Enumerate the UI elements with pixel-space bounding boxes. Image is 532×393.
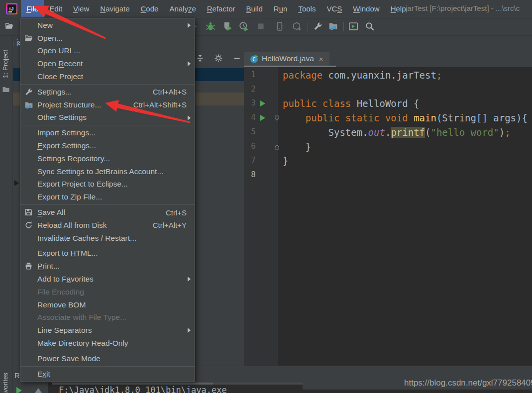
menu-item-make-directory-read-only[interactable]: Make Directory Read-Only (20, 337, 195, 350)
line-number: 4 (244, 112, 256, 122)
profiler-icon[interactable] (239, 21, 249, 31)
menu-item-print[interactable]: Print... (20, 260, 195, 273)
gutter-row: 8 (244, 168, 284, 183)
menu-item-open-recent[interactable]: Open Recent (20, 57, 195, 70)
stop-icon[interactable] (256, 21, 266, 31)
code-editor[interactable]: 1package com.yuanxin.jarTest;23public cl… (244, 67, 532, 366)
tab-title: HelloWord.java (262, 54, 314, 63)
run-gutter-icon[interactable] (260, 115, 265, 121)
menu-item-open-url[interactable]: Open URL... (20, 45, 195, 58)
menu-icon-spacer (24, 249, 35, 258)
menu-item-line-separators[interactable]: Line Separators (20, 324, 195, 337)
menubar-item-file[interactable]: File (21, 0, 44, 17)
line-number: 3 (244, 98, 256, 107)
project-structure-icon[interactable] (328, 21, 338, 31)
run-toolwindow-label: R (14, 371, 20, 380)
code-token: } (283, 155, 288, 166)
settings-wrench-icon[interactable] (313, 21, 323, 31)
menubar-item-tools[interactable]: Tools (293, 0, 321, 17)
menu-separator (20, 366, 195, 367)
debug-icon[interactable] (206, 21, 215, 31)
menu-item-power-save-mode[interactable]: Power Save Mode (20, 352, 195, 365)
menubar-item-run[interactable]: Run (268, 0, 293, 17)
console-hscrollbar-thumb[interactable] (52, 383, 213, 385)
menu-item-settings[interactable]: Settings...Ctrl+Alt+S (20, 86, 195, 98)
run-anything-icon[interactable] (348, 21, 358, 31)
titlebar: IJ FileEditViewNavigateCodeAnalyzeRefact… (0, 0, 532, 18)
menubar-item-refactor[interactable]: Refactor (202, 0, 241, 17)
menubar-item-edit[interactable]: Edit (44, 0, 68, 17)
menu-item-new[interactable]: New (20, 19, 195, 32)
editor-tab[interactable]: C HelloWord.java × (244, 52, 329, 66)
fold-down-icon[interactable] (274, 114, 280, 123)
project-toolwindow-button[interactable]: 1: Project (1, 50, 9, 78)
open-folder-icon[interactable] (5, 21, 15, 31)
gear-icon[interactable] (214, 54, 223, 63)
menubar-item-vcs[interactable]: VCS (321, 0, 347, 17)
menu-icon-spacer (24, 128, 35, 137)
sync-icon[interactable] (292, 21, 302, 31)
menu-item-remove-bom[interactable]: Remove BOM (20, 298, 195, 311)
menubar-item-build[interactable]: Build (240, 0, 268, 17)
gutter-row: 5 (244, 125, 284, 140)
code-token: public class (283, 98, 351, 109)
menu-icon-spacer (24, 300, 35, 309)
menu-item-export-settings[interactable]: Export Settings... (20, 139, 195, 152)
menu-icon-spacer (24, 180, 35, 189)
menu-item-associate-with-file-type: Associate with File Type... (20, 311, 195, 324)
up-stack-trace-icon[interactable] (35, 388, 42, 393)
menu-item-invalidate-caches-restart[interactable]: Invalidate Caches / Restart... (20, 232, 195, 245)
collapse-all-icon[interactable] (196, 54, 205, 63)
gutter-row: 4 (244, 111, 284, 125)
menu-item-save-all[interactable]: Save AllCtrl+S (20, 206, 195, 219)
menu-item-reload-all-from-disk[interactable]: Reload All from DiskCtrl+Alt+Y (20, 219, 195, 232)
toolbar-separator (308, 22, 308, 31)
structure-icon (24, 100, 35, 109)
code-line-6: } (283, 140, 311, 154)
fold-up-icon[interactable] (274, 143, 280, 152)
hide-icon[interactable] (232, 54, 241, 63)
run-coverage-icon[interactable] (222, 21, 232, 31)
menubar-item-window[interactable]: Window (347, 0, 385, 17)
menu-item-open[interactable]: Open... (20, 32, 195, 45)
search-icon[interactable] (365, 21, 375, 31)
tree-expander-icon[interactable] (14, 180, 19, 186)
menu-item-project-structure[interactable]: Project Structure...Ctrl+Alt+Shift+S (20, 98, 195, 111)
toolbar-separator (343, 22, 344, 31)
menu-item-export-to-zip-file[interactable]: Export to Zip File... (20, 191, 195, 203)
menubar-item-analyze[interactable]: Analyze (164, 0, 201, 17)
menu-icon-spacer (24, 354, 35, 363)
menu-item-export-to-html[interactable]: Export to HTML... (20, 247, 195, 260)
gutter-row: 1 (244, 68, 284, 83)
menu-icon-spacer (24, 339, 35, 348)
menubar-item-navigate[interactable]: Navigate (95, 0, 135, 17)
menu-icon-spacer (24, 113, 35, 122)
line-number: 1 (244, 70, 256, 79)
folder-icon (2, 86, 10, 96)
menu-item-other-settings[interactable]: Other Settings (20, 111, 195, 124)
favorites-toolwindow-button[interactable]: Favorites (1, 373, 9, 393)
menu-item-add-to-favorites[interactable]: Add to Favorites (20, 273, 195, 286)
file-menu-popup: NewOpen...Open URL...Open RecentClose Pr… (20, 18, 195, 382)
menu-separator (20, 246, 195, 246)
code-token: System. (283, 127, 368, 138)
device-manager-icon[interactable] (275, 21, 285, 31)
menu-item-export-project-to-eclipse[interactable]: Export Project to Eclipse... (20, 178, 195, 191)
gutter-row: 2 (244, 83, 284, 97)
menubar-item-code[interactable]: Code (135, 0, 164, 17)
rerun-icon[interactable] (16, 387, 22, 393)
run-gutter-icon[interactable] (260, 100, 265, 106)
menu-icon-spacer (24, 167, 35, 176)
wrench-icon (24, 88, 35, 97)
code-token: out (368, 127, 385, 138)
code-token (283, 112, 306, 123)
tab-close-icon[interactable]: × (319, 55, 323, 63)
submenu-arrow-icon (188, 115, 191, 120)
menubar-item-view[interactable]: View (68, 0, 95, 17)
code-token: HelloWord { (351, 98, 419, 109)
menu-item-settings-repository[interactable]: Settings Repository... (20, 152, 195, 165)
menu-item-close-project[interactable]: Close Project (20, 70, 195, 83)
menu-item-import-settings[interactable]: Import Settings... (20, 126, 195, 139)
menu-item-exit[interactable]: Exit (20, 368, 195, 381)
menu-item-sync-settings-to-jetbrains-account[interactable]: Sync Settings to JetBrains Account... (20, 165, 195, 178)
